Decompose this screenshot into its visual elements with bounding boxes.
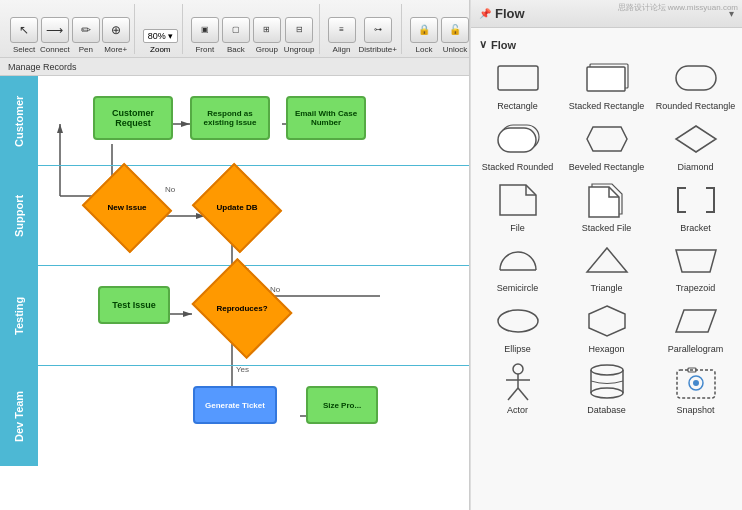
database-icon	[581, 363, 633, 401]
semicircle-icon	[492, 241, 544, 279]
svg-rect-16	[498, 66, 538, 90]
node-test-issue[interactable]: Test Issue	[98, 286, 170, 324]
shape-hexagon[interactable]: Hexagon	[566, 302, 647, 355]
svg-rect-19	[676, 66, 716, 90]
stacked-file-icon	[581, 181, 633, 219]
svg-point-30	[498, 310, 538, 332]
shape-actor[interactable]: Actor	[477, 363, 558, 416]
parallelogram-icon	[670, 302, 722, 340]
svg-point-38	[591, 365, 623, 375]
beveled-rectangle-icon	[581, 120, 633, 158]
svg-marker-22	[587, 127, 627, 151]
right-panel: 📌 Flow ▾ ∨ Flow Rectangle	[470, 0, 742, 510]
svg-rect-21	[498, 128, 536, 152]
shape-stacked-rounded[interactable]: Stacked Rounded	[477, 120, 558, 173]
shape-semicircle[interactable]: Semicircle	[477, 241, 558, 294]
pin-icon: 📌	[479, 8, 491, 19]
shape-rounded-rectangle[interactable]: Rounded Rectangle	[655, 59, 736, 112]
node-update-db[interactable]: Update DB	[203, 178, 271, 238]
swimlane-support: Support New Issue Update DB	[0, 166, 469, 266]
svg-marker-26	[589, 187, 619, 217]
shape-ellipse[interactable]: Ellipse	[477, 302, 558, 355]
node-size-pro[interactable]: Size Pro...	[306, 386, 378, 424]
more-button[interactable]: ⊕ More+	[102, 17, 130, 54]
pen-button[interactable]: ✏ Pen	[72, 17, 100, 54]
lane-label-customer: Customer	[0, 76, 38, 166]
watermark: 思路设计论坛 www.missyuan.com	[618, 2, 738, 13]
stacked-rectangle-icon	[581, 59, 633, 97]
toolbar-section-lock: 🔒 Lock 🔓 Unlock 👁 View+	[406, 4, 470, 54]
svg-point-33	[513, 364, 523, 374]
swimlane-devteam: Dev Team Generate Ticket Size Pro...	[0, 366, 469, 466]
svg-rect-18	[587, 67, 625, 91]
shape-bracket[interactable]: Bracket	[655, 181, 736, 234]
panel-title: Flow	[495, 6, 525, 21]
ungroup-button[interactable]: ⊟ Ungroup	[284, 17, 315, 54]
select-button[interactable]: ↖ Select	[10, 17, 38, 54]
node-customer-request[interactable]: Customer Request	[93, 96, 173, 140]
distribute-button[interactable]: ⊶ Distribute+	[359, 17, 397, 54]
svg-marker-23	[676, 126, 716, 152]
chevron-down-icon: ∨	[479, 38, 487, 51]
shape-snapshot[interactable]: Snapshot	[655, 363, 736, 416]
align-button[interactable]: ≡ Align	[328, 17, 356, 54]
toolbar-section-zoom: 80% ▾ Zoom	[139, 4, 183, 54]
stacked-rounded-icon	[492, 120, 544, 158]
shape-stacked-file[interactable]: Stacked File	[566, 181, 647, 234]
toolbar: ↖ Select ⟶ Connect ✏ Pen ⊕ More+ 80% ▾	[0, 0, 469, 58]
lock-button[interactable]: 🔒 Lock	[410, 17, 438, 54]
svg-marker-28	[587, 248, 627, 272]
toolbar-section-select: ↖ Select ⟶ Connect ✏ Pen ⊕ More+	[6, 4, 135, 54]
shape-diamond[interactable]: Diamond	[655, 120, 736, 173]
trapezoid-icon	[670, 241, 722, 279]
unlock-button[interactable]: 🔓 Unlock	[441, 17, 469, 54]
group-button[interactable]: ⊞ Group	[253, 17, 281, 54]
rounded-rectangle-icon	[670, 59, 722, 97]
svg-point-45	[693, 380, 699, 386]
connect-button[interactable]: ⟶ Connect	[40, 17, 70, 54]
shapes-grid: Rectangle Stacked Rectangle Rounded Rect…	[477, 55, 736, 420]
node-new-issue[interactable]: New Issue	[93, 178, 161, 238]
svg-point-41	[591, 388, 623, 398]
shape-beveled-rectangle[interactable]: Beveled Rectangle	[566, 120, 647, 173]
swimlane-testing: Testing Test Issue Reproduces?	[0, 266, 469, 366]
shape-rectangle[interactable]: Rectangle	[477, 59, 558, 112]
svg-line-36	[508, 388, 518, 400]
node-email-case[interactable]: Email With Case Number	[286, 96, 366, 140]
lane-label-testing: Testing	[0, 266, 38, 366]
lane-label-support: Support	[0, 166, 38, 266]
zoom-control[interactable]: 80% ▾	[143, 29, 178, 43]
manage-records-bar: Manage Records	[0, 58, 469, 76]
panel-body: ∨ Flow Rectangle Stacked Rectangle	[471, 28, 742, 510]
svg-marker-31	[589, 306, 625, 336]
bracket-icon	[670, 181, 722, 219]
diamond-icon	[670, 120, 722, 158]
toolbar-section-align: ≡ Align ⊶ Distribute+	[324, 4, 402, 54]
shape-parallelogram[interactable]: Parallelogram	[655, 302, 736, 355]
shape-trapezoid[interactable]: Trapezoid	[655, 241, 736, 294]
shape-triangle[interactable]: Triangle	[566, 241, 647, 294]
rectangle-icon	[492, 59, 544, 97]
swimlane-container: No Yes No Yes Customer Customer Request …	[0, 76, 469, 510]
svg-marker-32	[676, 310, 716, 332]
section-header-flow: ∨ Flow	[477, 34, 736, 55]
actor-icon	[492, 363, 544, 401]
shape-file[interactable]: File	[477, 181, 558, 234]
file-icon	[492, 181, 544, 219]
hexagon-icon	[581, 302, 633, 340]
svg-line-37	[518, 388, 528, 400]
node-reproduces[interactable]: Reproduces?	[203, 276, 281, 341]
snapshot-icon	[670, 363, 722, 401]
toolbar-section-arrange: ▣ Front ▢ Back ⊞ Group ⊟ Ungroup	[187, 4, 320, 54]
node-respond-existing[interactable]: Respond as existing Issue	[190, 96, 270, 140]
node-generate-ticket[interactable]: Generate Ticket	[193, 386, 277, 424]
svg-marker-24	[500, 185, 536, 215]
shape-stacked-rectangle[interactable]: Stacked Rectangle	[566, 59, 647, 112]
shape-database[interactable]: Database	[566, 363, 647, 416]
svg-marker-29	[676, 250, 716, 272]
back-button[interactable]: ▢ Back	[222, 17, 250, 54]
front-button[interactable]: ▣ Front	[191, 17, 219, 54]
ellipse-icon	[492, 302, 544, 340]
swimlane-customer: Customer Customer Request Respond as exi…	[0, 76, 469, 166]
triangle-icon	[581, 241, 633, 279]
